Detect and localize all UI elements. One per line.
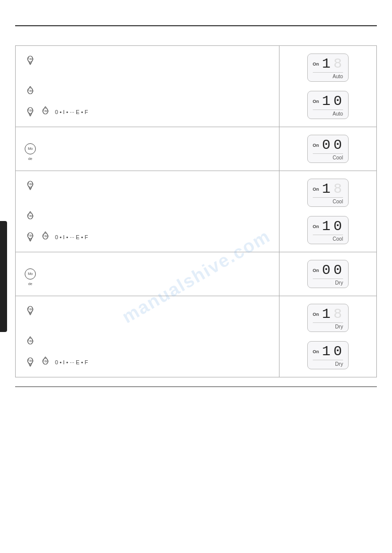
svg-text:Fan: Fan <box>27 57 33 61</box>
fan-scale-icon-1: Fan <box>25 106 36 118</box>
fan-up-icon-1: Fan <box>25 86 36 97</box>
lcd-mode-label-5a: Dry <box>313 322 343 329</box>
lcd-digit-5b-1: 1 <box>322 345 331 359</box>
table-row: Fan Fan <box>16 46 377 127</box>
svg-text:Fan: Fan <box>42 234 48 238</box>
instr-fan-down-row-3: Fan <box>25 180 270 191</box>
svg-text:Fan: Fan <box>27 89 33 92</box>
lcd-digit-3b-2: 0 <box>333 219 343 234</box>
display-cell-3: On 1 8 Cool On 1 0 Cool <box>279 171 376 252</box>
lcd-on-label-5b: On <box>313 349 319 354</box>
lcd-digit-3b-1: 1 <box>322 219 331 234</box>
lcd-mode-label-1b: Auto <box>313 109 343 117</box>
lcd-on-label-3a: On <box>313 187 319 192</box>
lcd-on-label-1b: On <box>313 99 319 104</box>
lcd-on-label-5a: On <box>313 312 319 317</box>
fan-scale-label-1: 0 • I • ··· E • F <box>55 109 88 115</box>
fan-scale-up-icon-1: Fan <box>40 106 51 118</box>
fan-scale-row-5: Fan Fan 0 • I • ··· E • F <box>25 357 270 368</box>
lcd-mode-label-3b: Cool <box>313 235 343 242</box>
lcd-group-3: On 1 8 Cool On 1 0 Cool <box>286 176 370 247</box>
fan-scale-up-icon-5: Fan <box>40 357 51 368</box>
fan-scale-up-icon-3: Fan <box>40 232 51 243</box>
instr-fan-up-row-5: Fan <box>25 337 270 348</box>
instr-fan-up-row-3: Fan <box>25 211 270 223</box>
table-row: Fan Fan <box>16 171 377 252</box>
fan-up-icon-3: Fan <box>25 211 36 223</box>
instr-fan-down-row-1: Fan <box>25 55 270 66</box>
lcd-group-5: On 1 8 Dry On 1 0 Dry <box>286 301 370 372</box>
lcd-dry-4: On 0 0 Dry <box>307 260 349 288</box>
lcd-digit-3a-2: 8 <box>333 182 343 196</box>
lcd-digit-1a-1: 1 <box>322 57 331 71</box>
fan-scale-row-1: Fan Fan 0 • I • ··· E • F <box>25 106 270 118</box>
display-cell-5: On 1 8 Dry On 1 0 Dry <box>279 296 376 377</box>
top-divider <box>15 25 377 26</box>
lcd-auto-1a: On 1 8 Auto <box>307 53 349 82</box>
mode-button-icon-4: Mode <box>25 268 36 280</box>
display-cell-4: On 0 0 Dry <box>279 252 376 296</box>
lcd-dry-5b: On 1 0 Dry <box>307 341 349 369</box>
lcd-mode-label-3a: Cool <box>313 197 343 204</box>
instr-mode-row-4: Mode <box>25 268 270 280</box>
instr-fan-up-row-1: Fan <box>25 86 270 97</box>
lcd-on-label-2: On <box>313 143 319 148</box>
table-row: Mode On 0 0 Dry <box>16 252 377 296</box>
instruction-cell-1: Fan Fan <box>16 46 279 127</box>
spacer-top <box>15 35 377 40</box>
table-row: Fan Fan <box>16 296 377 377</box>
lcd-digit-2-2: 0 <box>333 138 343 152</box>
fan-scale-label-5: 0 • I • ··· E • F <box>55 359 88 365</box>
instr-mode-row-2: Mode <box>25 143 270 154</box>
lcd-auto-1b: On 1 0 Auto <box>307 91 349 119</box>
lcd-on-label-4: On <box>313 268 319 273</box>
svg-text:Fan: Fan <box>27 359 33 362</box>
table-row: Mode On 0 0 Cool <box>16 127 377 171</box>
lcd-digit-5a-1: 1 <box>322 307 331 321</box>
lcd-digit-3a-1: 1 <box>322 182 331 196</box>
lcd-dry-5a: On 1 8 Dry <box>307 304 349 332</box>
fan-scale-icon-5: Fan <box>25 357 36 368</box>
lcd-cool-3b: On 1 0 Cool <box>307 216 349 244</box>
lcd-group-4: On 0 0 Dry <box>286 257 370 291</box>
svg-text:Fan: Fan <box>27 234 33 237</box>
svg-text:Fan: Fan <box>27 214 33 217</box>
instruction-cell-3: Fan Fan <box>16 171 279 252</box>
side-tab <box>0 221 7 332</box>
instruction-cell-2: Mode <box>16 127 279 171</box>
svg-text:Fan: Fan <box>42 359 48 363</box>
fan-down-icon-5: Fan <box>25 305 36 316</box>
lcd-digit-5a-2: 8 <box>333 307 343 321</box>
svg-text:Fan: Fan <box>27 307 33 311</box>
svg-text:Fan: Fan <box>27 182 33 186</box>
instruction-table: Fan Fan <box>15 45 377 377</box>
lcd-digit-4-1: 0 <box>322 263 331 278</box>
lcd-digit-1b-2: 0 <box>333 94 343 108</box>
instruction-cell-4: Mode <box>16 252 279 296</box>
fan-scale-label-3: 0 • I • ··· E • F <box>55 234 88 240</box>
svg-text:Fan: Fan <box>27 339 33 343</box>
lcd-mode-label-2: Cool <box>313 153 343 160</box>
mode-button-icon-2: Mode <box>25 143 36 154</box>
lcd-digit-1a-2: 8 <box>333 57 343 71</box>
lcd-on-label-3b: On <box>313 224 319 229</box>
svg-text:Fan: Fan <box>27 108 33 112</box>
lcd-digit-2-1: 0 <box>322 138 331 152</box>
display-cell-1: On 1 8 Auto On 1 0 Auto <box>279 46 376 127</box>
svg-text:Fan: Fan <box>42 109 48 113</box>
fan-down-icon: Fan <box>25 55 36 66</box>
lcd-cool-2: On 0 0 Cool <box>307 135 349 163</box>
lcd-mode-label-4: Dry <box>313 279 343 286</box>
lcd-digit-4-2: 0 <box>333 263 343 278</box>
lcd-group-1: On 1 8 Auto On 1 0 Auto <box>286 51 370 122</box>
fan-up-icon-5: Fan <box>25 337 36 348</box>
display-cell-2: On 0 0 Cool <box>279 127 376 171</box>
lcd-mode-label-1a: Auto <box>313 72 343 79</box>
lcd-mode-label-5b: Dry <box>313 360 343 367</box>
lcd-cool-3a: On 1 8 Cool <box>307 179 349 207</box>
instr-fan-down-row-5: Fan <box>25 305 270 316</box>
fan-down-icon-3: Fan <box>25 180 36 191</box>
fan-scale-icon-3: Fan <box>25 232 36 243</box>
lcd-digit-1b-1: 1 <box>322 94 331 108</box>
lcd-group-2: On 0 0 Cool <box>286 132 370 165</box>
